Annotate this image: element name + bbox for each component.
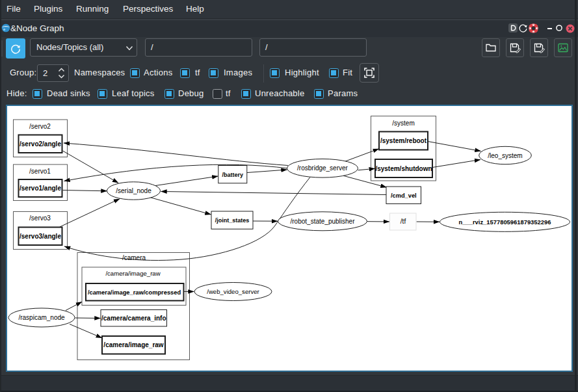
svg-text:/servo1/angle: /servo1/angle (20, 185, 61, 192)
svg-text:/camera/camera_info: /camera/camera_info (101, 315, 166, 322)
svg-text:/leo_system: /leo_system (488, 152, 522, 159)
svg-text:/raspicam_node: /raspicam_node (18, 314, 65, 321)
svg-text:/camera/image_raw: /camera/image_raw (103, 341, 164, 348)
svg-text:/robot_state_publisher: /robot_state_publisher (291, 218, 356, 225)
svg-text:/rosbridge_server: /rosbridge_server (297, 164, 348, 172)
svg-text:/system/reboot: /system/reboot (380, 137, 427, 144)
svg-text:/servo2: /servo2 (29, 123, 51, 130)
svg-text:/battery: /battery (222, 172, 244, 178)
svg-text:/servo3/angle: /servo3/angle (20, 233, 61, 240)
svg-text:/web_video_server: /web_video_server (207, 288, 259, 295)
svg-text:/system: /system (392, 120, 414, 127)
svg-text:/servo3: /servo3 (29, 215, 51, 222)
svg-text:/cmd_vel: /cmd_vel (391, 192, 417, 199)
svg-text:/serial_node: /serial_node (116, 187, 151, 194)
svg-text:/joint_states: /joint_states (215, 217, 250, 224)
svg-text:/system/shutdown: /system/shutdown (375, 165, 432, 172)
svg-text:/servo2/angle: /servo2/angle (20, 140, 61, 148)
svg-text:/tf: /tf (401, 218, 406, 225)
svg-text:/servo1: /servo1 (29, 168, 51, 175)
svg-text:/camera: /camera (122, 254, 146, 261)
svg-text:/camera/image_raw: /camera/image_raw (105, 270, 160, 277)
svg-text:/camera/image_raw/compressed: /camera/image_raw/compressed (88, 289, 181, 296)
svg-text:n___rviz_1577805961879352296: n___rviz_1577805961879352296 (459, 218, 551, 226)
